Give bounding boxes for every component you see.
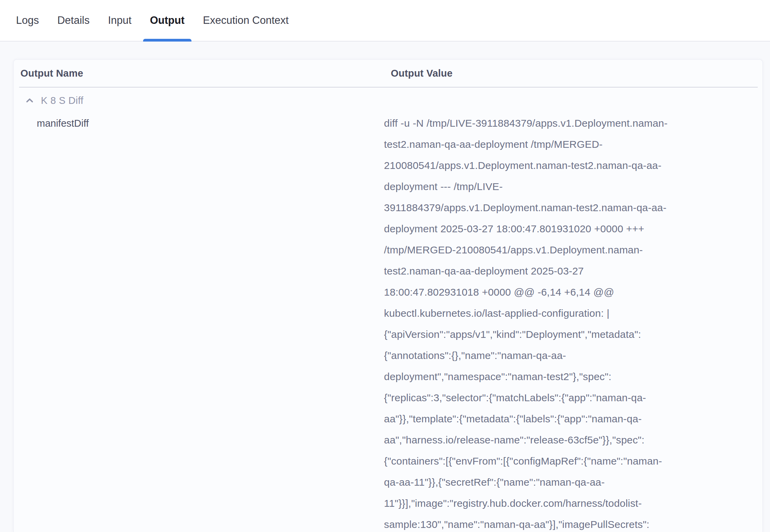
output-table-card: Output Name Output Value K 8 S Diff mani… <box>13 59 763 532</box>
column-header-output-name: Output Name <box>20 68 391 79</box>
table-row-manifest-diff: manifestDiff diff -u -N /tmp/LIVE-391188… <box>14 113 763 532</box>
output-table-header: Output Name Output Value <box>14 60 763 87</box>
header-divider <box>19 87 758 88</box>
output-value-cell: diff -u -N /tmp/LIVE-3911884379/apps.v1.… <box>384 113 704 532</box>
detail-tabs: Logs Details Input Output Execution Cont… <box>0 0 770 42</box>
tab-details[interactable]: Details <box>57 0 90 41</box>
chevron-up-icon[interactable] <box>25 96 34 105</box>
group-row-k8s-diff[interactable]: K 8 S Diff <box>14 88 763 113</box>
tab-logs[interactable]: Logs <box>16 0 39 41</box>
output-tab-panel: Output Name Output Value K 8 S Diff mani… <box>0 42 770 532</box>
column-header-output-value: Output Value <box>391 68 452 79</box>
tab-execution-context[interactable]: Execution Context <box>203 0 289 41</box>
tab-input[interactable]: Input <box>108 0 132 41</box>
tab-output[interactable]: Output <box>150 0 185 41</box>
output-name-cell: manifestDiff <box>14 113 384 134</box>
group-label: K 8 S Diff <box>41 95 83 106</box>
